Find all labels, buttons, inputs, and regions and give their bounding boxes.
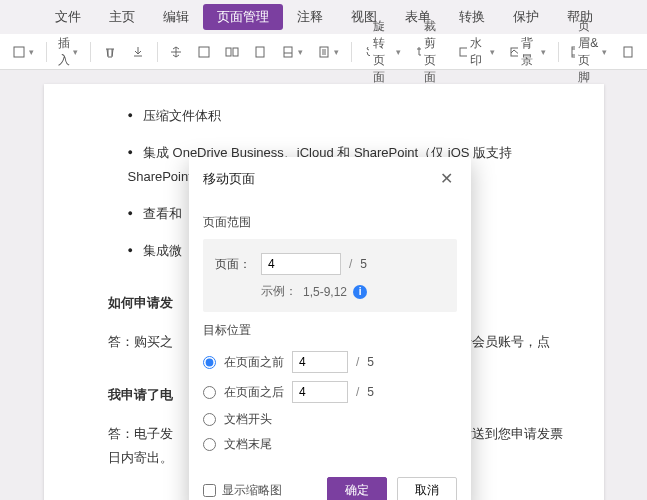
example-value: 1,5-9,12 — [303, 285, 347, 299]
before-page-input[interactable] — [292, 351, 348, 373]
after-page-input[interactable] — [292, 381, 348, 403]
show-thumbnails-checkbox[interactable] — [203, 484, 216, 497]
page-range-box: 页面： / 5 示例： 1,5-9,12 i — [203, 239, 457, 312]
page-range-input[interactable] — [261, 253, 341, 275]
ok-button[interactable]: 确定 — [327, 477, 387, 500]
radio-after-page[interactable] — [203, 386, 216, 399]
move-page-dialog: 移动页面 ✕ 页面范围 页面： / 5 示例： 1,5-9,12 i 目标位置 — [189, 157, 471, 500]
radio-start-label: 文档开头 — [224, 411, 272, 428]
after-total: 5 — [367, 385, 374, 399]
modal-backdrop: 移动页面 ✕ 页面范围 页面： / 5 示例： 1,5-9,12 i 目标位置 — [0, 0, 647, 500]
page-total: 5 — [360, 257, 367, 271]
show-thumbnails-label: 显示缩略图 — [222, 482, 282, 499]
example-label: 示例： — [261, 283, 297, 300]
target-position-group: 在页面之前 / 5 在页面之后 / 5 文档开头 — [203, 347, 457, 457]
page-label: 页面： — [215, 256, 253, 273]
radio-doc-end[interactable] — [203, 438, 216, 451]
target-position-label: 目标位置 — [203, 322, 457, 339]
radio-end-label: 文档末尾 — [224, 436, 272, 453]
dialog-title: 移动页面 — [203, 170, 255, 188]
info-icon[interactable]: i — [353, 285, 367, 299]
radio-after-label: 在页面之后 — [224, 384, 284, 401]
before-total: 5 — [367, 355, 374, 369]
slash: / — [349, 257, 352, 271]
page-range-label: 页面范围 — [203, 214, 457, 231]
radio-doc-start[interactable] — [203, 413, 216, 426]
cancel-button[interactable]: 取消 — [397, 477, 457, 500]
close-icon[interactable]: ✕ — [436, 167, 457, 190]
radio-before-label: 在页面之前 — [224, 354, 284, 371]
radio-before-page[interactable] — [203, 356, 216, 369]
